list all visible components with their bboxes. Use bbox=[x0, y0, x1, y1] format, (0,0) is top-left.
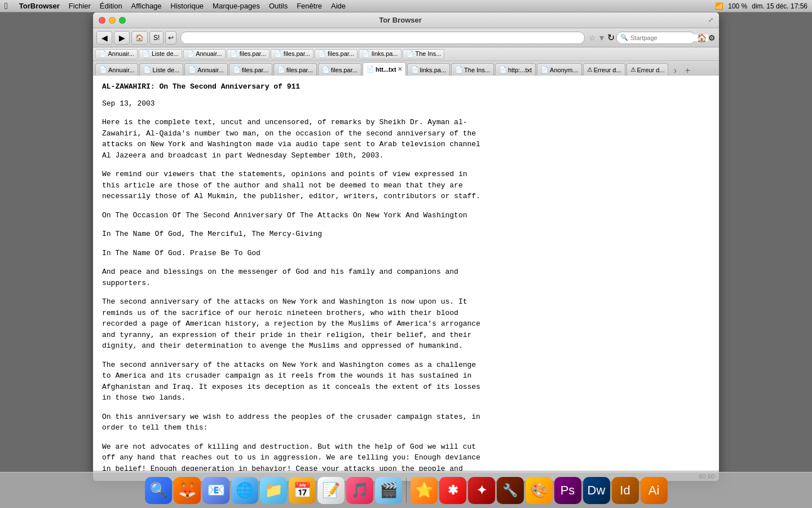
home-nav-button[interactable]: 🏠 bbox=[697, 33, 707, 42]
traffic-lights bbox=[99, 17, 126, 24]
forward-button[interactable]: ▶ bbox=[114, 31, 130, 45]
menu-edition[interactable]: Édition bbox=[95, 0, 127, 12]
tab-2[interactable]: 📄 Liste de... bbox=[139, 63, 183, 76]
article-date: Sep 13, 2003 bbox=[102, 98, 486, 110]
dock-app2[interactable]: ✦ bbox=[468, 477, 495, 504]
tabs-bar: 📄 Annuair... 📄 Liste de... 📄 Annuair... … bbox=[93, 61, 719, 76]
menubar:  TorBrowser Fichier Édition Affichage H… bbox=[0, 0, 812, 12]
new-tab-button[interactable]: + bbox=[682, 65, 693, 76]
tab-6[interactable]: 📄 files.par... bbox=[318, 63, 361, 76]
menu-aide[interactable]: Aide bbox=[326, 0, 350, 12]
tab-4[interactable]: 📄 files.par... bbox=[229, 63, 272, 76]
dock-dw[interactable]: Dw bbox=[583, 477, 610, 504]
bookmark-7[interactable]: 📄 links.pa... bbox=[359, 49, 401, 59]
settings-button[interactable]: ⚙ bbox=[708, 33, 716, 42]
dock-finder[interactable]: 🔍 bbox=[145, 477, 172, 504]
tab-more-button[interactable]: › bbox=[669, 65, 681, 76]
s5-button[interactable]: S! bbox=[149, 31, 164, 45]
menubar-right: 📶 100 % dim. 15 déc. 17:56 bbox=[715, 2, 807, 10]
bookmark-3[interactable]: 📄 Annuair... bbox=[183, 49, 226, 59]
tab-11[interactable]: 📄 Anonym... bbox=[537, 63, 582, 76]
tab-8[interactable]: 📄 links.pa... bbox=[407, 63, 450, 76]
dock-divider-1 bbox=[406, 478, 407, 503]
menu-affichage[interactable]: Affichage bbox=[127, 0, 166, 12]
dock-notes[interactable]: 📝 bbox=[317, 477, 345, 504]
tab-7-active[interactable]: 📄 htt...txt ✕ bbox=[363, 62, 406, 76]
title-bar: Tor Browser ⤢ bbox=[93, 12, 719, 28]
dock-star[interactable]: ⭐ bbox=[411, 477, 438, 504]
paragraph-4: In The Name Of God, The Merciful, The Me… bbox=[102, 229, 486, 240]
tab-3[interactable]: 📄 Annuair... bbox=[184, 63, 227, 76]
dock-app1[interactable]: ✱ bbox=[439, 477, 466, 504]
menu-fichier[interactable]: Fichier bbox=[64, 0, 95, 12]
dock-ai[interactable]: Ai bbox=[641, 477, 668, 504]
paragraph-10: We are not advocates of killing and dest… bbox=[102, 441, 486, 471]
bookmark-5[interactable]: 📄 files.par... bbox=[271, 49, 314, 59]
window-title: Tor Browser bbox=[133, 16, 668, 24]
paragraph-7: The second anniversary of the attacks on… bbox=[102, 296, 486, 352]
tab-13[interactable]: ⚠ Erreur d... bbox=[626, 63, 669, 76]
menu-fenetre[interactable]: Fenêtre bbox=[292, 0, 326, 12]
content-area[interactable]: AL-ZAWAHIRI: On The Second Anniversary o… bbox=[93, 76, 719, 471]
tab-5[interactable]: 📄 files.par... bbox=[273, 63, 317, 76]
datetime: dim. 15 déc. 17:56 bbox=[752, 2, 807, 10]
close-button[interactable] bbox=[99, 17, 105, 24]
paragraph-1: Here is the complete text, uncut and unc… bbox=[102, 117, 486, 161]
dock-app3[interactable]: 🔧 bbox=[497, 477, 524, 504]
dock-id[interactable]: Id bbox=[612, 477, 639, 504]
dock-app4[interactable]: 🎨 bbox=[526, 477, 553, 504]
tab-1[interactable]: 📄 Annuair... bbox=[95, 63, 138, 76]
dock: 🔍 🦊 📧 🌐 📁 📅 📝 🎵 🎬 ⭐ ✱ ✦ 🔧 🎨 Ps Dw Id Ai bbox=[0, 472, 812, 508]
reload-button[interactable]: ↻ bbox=[607, 32, 615, 43]
bookmark-2[interactable]: 📄 Liste de... bbox=[139, 49, 182, 59]
battery-status: 100 % bbox=[728, 2, 747, 10]
dock-video[interactable]: 🎬 bbox=[375, 477, 402, 504]
paragraph-5: In The Name Of God. Praise Be To God bbox=[102, 248, 486, 259]
tab-9[interactable]: 📄 The Ins... bbox=[451, 63, 494, 76]
maximize-button[interactable] bbox=[119, 17, 126, 24]
apple-menu[interactable]:  bbox=[5, 1, 8, 11]
menu-marquepages[interactable]: Marque-pages bbox=[208, 0, 264, 12]
search-icon: 🔍 bbox=[620, 34, 628, 41]
paragraph-9: On this anniversary we wish to address t… bbox=[102, 411, 486, 433]
refresh-button[interactable]: ↩ bbox=[165, 31, 176, 45]
minimize-button[interactable] bbox=[109, 17, 116, 24]
home-button[interactable]: 🏠 bbox=[131, 31, 148, 45]
navigation-toolbar: ◀ ▶ 🏠 S! ↩ ☆ ▼ ↻ 🔍 🏠 ⚙ bbox=[93, 28, 719, 47]
back-button[interactable]: ◀ bbox=[96, 31, 112, 45]
browser-window: Tor Browser ⤢ ◀ ▶ 🏠 S! ↩ ☆ ▼ ↻ 🔍 🏠 ⚙ bbox=[93, 12, 719, 481]
search-bar[interactable]: 🔍 bbox=[616, 32, 695, 44]
star-filled-icon: ▼ bbox=[598, 33, 606, 42]
title-bar-controls: ⤢ bbox=[668, 16, 713, 24]
dock-ps[interactable]: Ps bbox=[554, 477, 581, 504]
tab-12[interactable]: ⚠ Erreur d... bbox=[583, 63, 625, 76]
desktop:  TorBrowser Fichier Édition Affichage H… bbox=[0, 0, 812, 508]
bookmarks-bar: 📄 Annuair... 📄 Liste de... 📄 Annuair... … bbox=[93, 47, 719, 61]
paragraph-8: The second anniversary of the attacks on… bbox=[102, 360, 486, 404]
dock-calendar[interactable]: 📅 bbox=[289, 477, 316, 504]
star-icon[interactable]: ☆ bbox=[589, 33, 596, 42]
article-title: AL-ZAWAHIRI: On The Second Anniversary o… bbox=[102, 81, 486, 93]
bookmark-8[interactable]: 📄 The Ins... bbox=[403, 49, 445, 59]
menu-outils[interactable]: Outils bbox=[264, 0, 292, 12]
address-bar-container[interactable] bbox=[180, 32, 585, 44]
wifi-icon: 📶 bbox=[715, 2, 723, 10]
bookmark-4[interactable]: 📄 files.par... bbox=[227, 49, 270, 59]
paragraph-6: And peace and blessings on the messenger… bbox=[102, 266, 486, 288]
resize-icon[interactable]: ⤢ bbox=[708, 16, 713, 24]
bookmark-1[interactable]: 📄 Annuair... bbox=[95, 49, 138, 59]
content-text: AL-ZAWAHIRI: On The Second Anniversary o… bbox=[102, 81, 486, 471]
dock-firefox[interactable]: 🦊 bbox=[174, 477, 201, 504]
dock-files[interactable]: 📁 bbox=[260, 477, 287, 504]
dock-music[interactable]: 🎵 bbox=[346, 477, 373, 504]
menu-historique[interactable]: Historique bbox=[166, 0, 209, 12]
bookmark-6[interactable]: 📄 files.par... bbox=[315, 49, 358, 59]
paragraph-3: On The Occasion Of The Second Anniversar… bbox=[102, 210, 486, 221]
dock-safari[interactable]: 🌐 bbox=[231, 477, 258, 504]
paragraph-2: We remind our viewers that the statement… bbox=[102, 169, 486, 202]
menu-torbrowser[interactable]: TorBrowser bbox=[15, 0, 64, 12]
tab-10[interactable]: 📄 http:...txt bbox=[495, 63, 536, 76]
dock-mail[interactable]: 📧 bbox=[202, 477, 230, 504]
address-input[interactable] bbox=[186, 34, 580, 42]
